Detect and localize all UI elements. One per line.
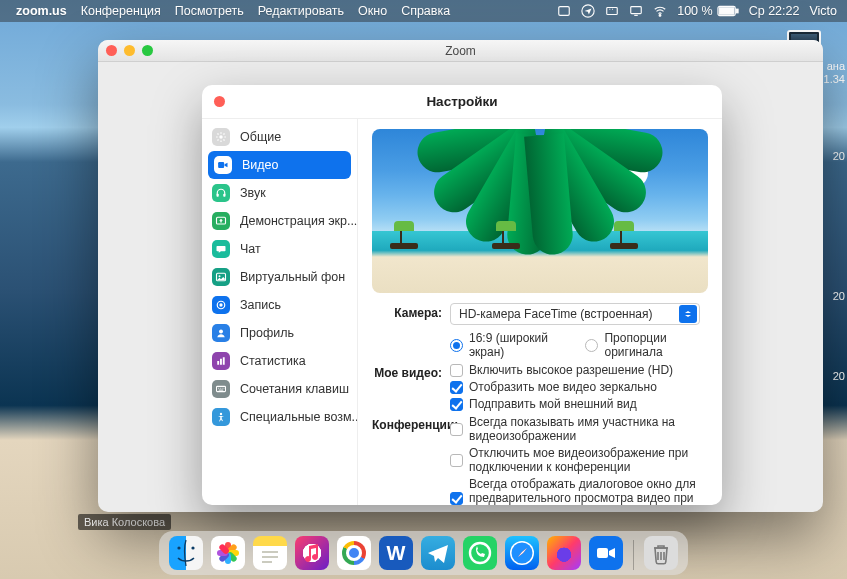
fullscreen-icon[interactable] <box>142 45 153 56</box>
dock-word-icon[interactable]: W <box>379 536 413 570</box>
sidebar-item-recording[interactable]: Запись <box>202 291 357 319</box>
status-user[interactable]: Victo <box>809 4 837 18</box>
checkbox-icon <box>450 364 463 377</box>
status-telegram-icon[interactable] <box>581 4 595 18</box>
dock-music-icon[interactable] <box>295 536 329 570</box>
dock-zoom-icon[interactable] <box>589 536 623 570</box>
video-icon <box>214 156 232 174</box>
dock-chrome-icon[interactable] <box>337 536 371 570</box>
dock-safari-icon[interactable] <box>505 536 539 570</box>
checkbox-icon <box>450 454 463 467</box>
svg-point-4 <box>659 15 661 17</box>
svg-rect-28 <box>597 548 608 558</box>
svg-point-8 <box>219 135 222 138</box>
dock-whatsapp-icon[interactable] <box>463 536 497 570</box>
opt-mirror[interactable]: Отобразить мое видео зеркально <box>450 380 708 394</box>
dock-photos-icon[interactable] <box>211 536 245 570</box>
dock-telegram-icon[interactable] <box>421 536 455 570</box>
sidebar-item-label: Сочетания клавиш <box>240 382 349 396</box>
svg-rect-20 <box>223 357 225 365</box>
svg-rect-21 <box>217 386 226 391</box>
svg-point-17 <box>219 330 223 334</box>
svg-rect-3 <box>631 7 642 14</box>
opt-off-on-join[interactable]: Отключить мое видеоизображение при подкл… <box>450 446 708 474</box>
menu-help[interactable]: Справка <box>401 4 450 18</box>
aspect-original-radio[interactable]: Пропорции оригинала <box>585 331 708 359</box>
dock-firefox-icon[interactable] <box>547 536 581 570</box>
sidebar-item-label: Демонстрация экр... <box>240 214 357 228</box>
svg-point-25 <box>470 543 490 563</box>
status-input-icon[interactable] <box>605 4 619 18</box>
sidebar-item-audio[interactable]: Звук <box>202 179 357 207</box>
opt-enable-hd[interactable]: Включить высокое разрешение (HD) <box>450 363 708 377</box>
sidebar-item-virtual-bg[interactable]: Виртуальный фон <box>202 263 357 291</box>
image-icon <box>212 268 230 286</box>
camera-label: Камера: <box>372 303 450 320</box>
aspect-wide-radio[interactable]: 16:9 (широкий экран) <box>450 331 567 359</box>
svg-rect-2 <box>607 8 618 15</box>
menu-conference[interactable]: Конференция <box>81 4 161 18</box>
desktop-side-num: 20 <box>833 290 845 302</box>
sidebar-item-label: Видео <box>242 158 279 172</box>
dock-trash-icon[interactable] <box>644 536 678 570</box>
sidebar-item-accessibility[interactable]: Специальные возм... <box>202 403 357 431</box>
menubar: zoom.us Конференция Посмотреть Редактиро… <box>0 0 847 22</box>
share-screen-icon <box>212 212 230 230</box>
conferences-label: Конференции: <box>372 415 450 432</box>
close-icon[interactable] <box>106 45 117 56</box>
settings-content: Камера: HD-камера FaceTime (встроенная) … <box>358 119 722 505</box>
dock: W <box>0 531 847 575</box>
svg-rect-11 <box>223 194 225 197</box>
dock-separator <box>633 540 634 570</box>
camera-select[interactable]: HD-камера FaceTime (встроенная) <box>450 303 700 325</box>
sidebar-item-shortcuts[interactable]: Сочетания клавиш <box>202 375 357 403</box>
minimize-icon[interactable] <box>124 45 135 56</box>
opt-show-names[interactable]: Всегда показывать имя участника на видео… <box>450 415 708 443</box>
desktop-side-num: 20 <box>833 150 845 162</box>
chat-icon <box>212 240 230 258</box>
sidebar-item-label: Запись <box>240 298 281 312</box>
accessibility-icon <box>212 408 230 426</box>
sidebar-item-chat[interactable]: Чат <box>202 235 357 263</box>
status-box-icon[interactable] <box>557 4 571 18</box>
close-icon[interactable] <box>214 96 225 107</box>
sidebar-item-label: Чат <box>240 242 261 256</box>
settings-dialog: Настройки Общие Видео Звук Демонстрация … <box>202 85 722 505</box>
camera-select-value: HD-камера FaceTime (встроенная) <box>459 307 653 321</box>
svg-rect-9 <box>218 162 224 168</box>
menu-edit[interactable]: Редактировать <box>258 4 344 18</box>
dock-finder-icon[interactable] <box>169 536 203 570</box>
status-battery[interactable]: 100 % <box>677 4 738 18</box>
svg-rect-0 <box>559 7 570 16</box>
settings-header[interactable]: Настройки <box>202 85 722 119</box>
user-icon <box>212 324 230 342</box>
checkbox-icon <box>450 398 463 411</box>
sidebar-item-general[interactable]: Общие <box>202 123 357 151</box>
sidebar-item-profile[interactable]: Профиль <box>202 319 357 347</box>
sidebar-item-statistics[interactable]: Статистика <box>202 347 357 375</box>
status-clock[interactable]: Ср 22:22 <box>749 4 800 18</box>
desktop-side-num: 20 <box>833 370 845 382</box>
checkbox-icon <box>450 492 463 505</box>
sidebar-item-share[interactable]: Демонстрация экр... <box>202 207 357 235</box>
status-wifi-icon[interactable] <box>653 4 667 18</box>
zoom-titlebar[interactable]: Zoom <box>98 40 823 62</box>
dock-notes-icon[interactable] <box>253 536 287 570</box>
checkbox-icon <box>450 423 463 436</box>
menu-window[interactable]: Окно <box>358 4 387 18</box>
status-display-icon[interactable] <box>629 4 643 18</box>
sidebar-item-label: Статистика <box>240 354 306 368</box>
svg-point-14 <box>219 275 221 277</box>
svg-rect-18 <box>217 361 219 365</box>
window-controls <box>106 45 153 56</box>
sidebar-item-video[interactable]: Видео <box>208 151 351 179</box>
svg-point-22 <box>220 413 222 415</box>
camera-preview <box>372 129 708 293</box>
menubar-app[interactable]: zoom.us <box>16 4 67 18</box>
svg-rect-6 <box>719 8 734 14</box>
chevron-up-down-icon <box>679 305 697 323</box>
opt-touchup[interactable]: Подправить мой внешний вид <box>450 397 708 411</box>
opt-preview-dialog[interactable]: Всегда отображать диалоговое окно для пр… <box>450 477 708 505</box>
menu-view[interactable]: Посмотреть <box>175 4 244 18</box>
headphones-icon <box>212 184 230 202</box>
